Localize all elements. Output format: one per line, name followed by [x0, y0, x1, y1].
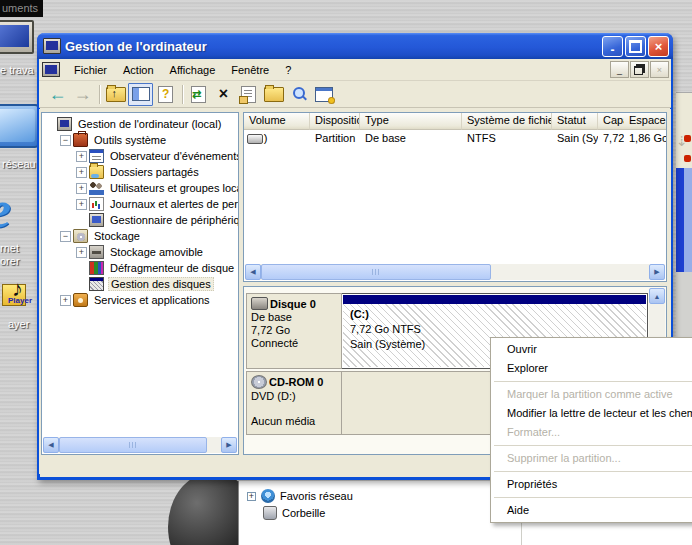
tree-item-gestion-des-disques[interactable]: Gestion des disques	[74, 276, 238, 292]
ctx-proprietes[interactable]: Propriétés	[491, 475, 692, 494]
desktop-icon-label-documents[interactable]: uments	[0, 0, 43, 17]
scroll-thumb[interactable]	[59, 437, 207, 453]
shared-folder-icon	[89, 165, 104, 179]
scroll-thumb[interactable]	[261, 264, 491, 280]
ctx-modifier-lettre[interactable]: Modifier la lettre de lecteur et les che…	[491, 404, 692, 423]
toolbox-icon	[73, 133, 88, 147]
network-places-icon[interactable]	[0, 104, 40, 148]
expander-icon[interactable]	[76, 167, 87, 178]
menu-action[interactable]: Action	[115, 61, 162, 79]
perf-icon	[89, 197, 104, 211]
my-computer-icon[interactable]	[0, 20, 34, 54]
search-icon	[291, 86, 307, 102]
scroll-up-icon[interactable]: ▲	[649, 288, 665, 304]
expander-icon[interactable]	[76, 151, 87, 162]
column-header[interactable]: Système de fichiers	[462, 113, 552, 130]
tree-item-outils-systeme[interactable]: Outils système	[58, 132, 238, 148]
ctx-supprimer[interactable]: Supprimer la partition...	[491, 449, 692, 468]
expander-icon[interactable]	[76, 279, 87, 290]
open-folder-icon	[264, 87, 284, 102]
help-icon	[158, 86, 173, 103]
delete-button[interactable]: ×	[211, 83, 236, 106]
tree-item-services[interactable]: Services et applications	[58, 292, 238, 308]
tree-item-favoris-reseau[interactable]: + Favoris réseau	[247, 488, 353, 504]
back-button[interactable]: ←	[45, 83, 70, 106]
volume-horizontal-scrollbar[interactable]: ◀ ▶	[245, 264, 665, 280]
ctx-ouvrir[interactable]: Ouvrir	[491, 340, 692, 359]
cdrom-info-box[interactable]: CD-ROM 0 DVD (D:) Aucun média	[246, 371, 342, 435]
expander-icon[interactable]	[60, 231, 71, 242]
tree-item-stockage-amovible[interactable]: Stockage amovible	[74, 244, 238, 260]
expander-icon[interactable]	[76, 247, 87, 258]
help-button[interactable]	[153, 83, 178, 106]
tree-item-dossiers-partages[interactable]: Dossiers partagés	[74, 164, 238, 180]
search-button[interactable]	[286, 83, 311, 106]
expander-icon[interactable]	[76, 215, 87, 226]
tree-item-corbeille[interactable]: Corbeille	[263, 505, 325, 521]
mdi-close-button[interactable]: ×	[650, 61, 669, 78]
ctx-marquer-active[interactable]: Marquer la partition comme active	[491, 385, 692, 404]
ctx-formater[interactable]: Formater...	[491, 423, 692, 442]
tree-item-defragmenteur[interactable]: Défragmenteur de disque	[74, 260, 238, 276]
volume-list-header: VolumeDispositionTypeSystème de fichiers…	[244, 113, 666, 130]
expander-icon[interactable]	[76, 199, 87, 210]
expander-icon[interactable]	[60, 295, 71, 306]
partition-context-menu: Ouvrir Explorer Marquer la partition com…	[490, 337, 692, 523]
expander-icon[interactable]	[76, 263, 87, 274]
tree-item-journaux[interactable]: Journaux et alertes de performance	[74, 196, 238, 212]
refresh-button[interactable]	[186, 83, 211, 106]
open-folder-button[interactable]	[261, 83, 286, 106]
tree-item-observateur[interactable]: Observateur d'événements	[74, 148, 238, 164]
menu-fenetre[interactable]: Fenêtre	[223, 61, 277, 79]
scroll-left-icon[interactable]: ◀	[43, 437, 59, 453]
properties-button[interactable]	[236, 83, 261, 106]
expand-icon[interactable]: +	[247, 492, 256, 501]
tree-item-stockage[interactable]: Stockage	[58, 228, 238, 244]
tree-item-racine[interactable]: Gestion de l'ordinateur (local)	[42, 116, 238, 132]
mdi-window-icon[interactable]	[42, 62, 60, 77]
tree-horizontal-scrollbar[interactable]: ◀ ▶	[43, 437, 237, 453]
up-one-level-button[interactable]	[103, 83, 128, 106]
minimize-button[interactable]: -	[602, 36, 623, 57]
forward-button[interactable]: →	[70, 83, 95, 106]
internet-explorer-icon[interactable]: e	[0, 184, 11, 236]
tree-item-utilisateurs[interactable]: Utilisateurs et groupes locaux	[74, 180, 238, 196]
mdi-restore-button[interactable]	[630, 61, 649, 78]
tree-item-gestionnaire-periph[interactable]: Gestionnaire de périphériques	[74, 212, 238, 228]
internet-explorer-label-2[interactable]: orer	[0, 255, 20, 267]
menu-affichage[interactable]: Affichage	[162, 61, 224, 79]
column-header[interactable]: Espace libre	[624, 113, 667, 130]
show-console-tree-button[interactable]	[128, 83, 153, 106]
column-header[interactable]: Volume	[244, 113, 310, 130]
media-player-label[interactable]: ayer	[8, 318, 29, 330]
customize-view-button[interactable]	[311, 83, 336, 106]
ctx-aide[interactable]: Aide	[491, 501, 692, 520]
volume-list-pane: VolumeDispositionTypeSystème de fichiers…	[243, 112, 667, 282]
network-places-label[interactable]: réseau	[2, 158, 36, 170]
expander-icon[interactable]	[76, 183, 87, 194]
column-header[interactable]: Type	[360, 113, 462, 130]
media-player-icon[interactable]: ♪ Player	[2, 280, 32, 312]
column-header[interactable]: Capacité	[598, 113, 624, 130]
disk0-info-box[interactable]: Disque 0 De base 7,72 Go Connecté	[246, 293, 342, 369]
my-computer-label[interactable]: e trava	[0, 64, 34, 76]
scroll-left-icon[interactable]: ◀	[245, 264, 261, 280]
scroll-right-icon[interactable]: ▶	[649, 264, 665, 280]
column-header[interactable]: Disposition	[310, 113, 360, 130]
devmgr-icon	[89, 213, 104, 227]
expander-icon[interactable]	[60, 135, 71, 146]
partition-size: 7,72 Go NTFS	[350, 322, 425, 337]
column-header[interactable]: Statut	[552, 113, 598, 130]
close-button[interactable]: ×	[648, 36, 669, 57]
ctx-explorer[interactable]: Explorer	[491, 359, 692, 378]
maximize-button[interactable]	[625, 36, 646, 57]
title-bar[interactable]: Gestion de l'ordinateur - ×	[37, 33, 673, 59]
expander-icon[interactable]	[44, 119, 55, 130]
internet-explorer-label-1[interactable]: rnet	[0, 242, 19, 254]
menu-fichier[interactable]: Fichier	[66, 61, 115, 79]
disk-icon	[251, 297, 268, 310]
mdi-minimize-button[interactable]: _	[610, 61, 629, 78]
volume-row-c[interactable]: (C:)PartitionDe baseNTFSSain (Système)7,…	[244, 130, 666, 146]
scroll-right-icon[interactable]: ▶	[221, 437, 237, 453]
menu-aide[interactable]: ?	[277, 61, 299, 79]
